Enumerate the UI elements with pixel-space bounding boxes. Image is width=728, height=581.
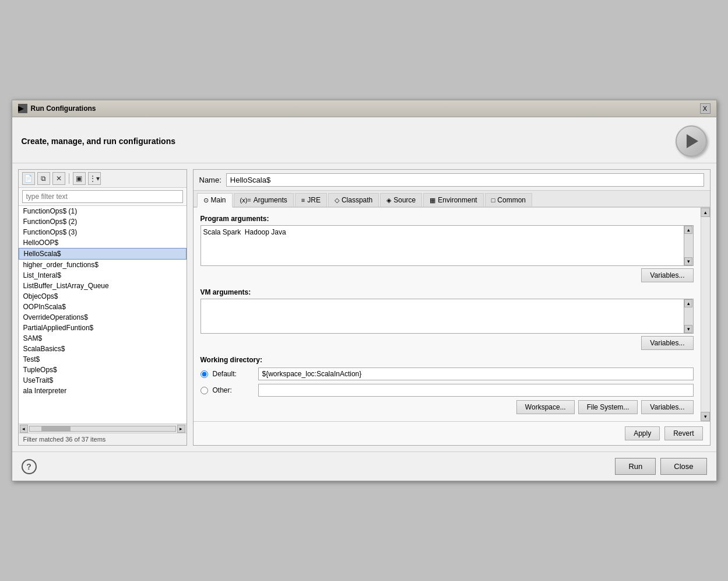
list-item[interactable]: SAM$ [19,333,187,344]
working-dir-label: Working directory: [201,356,694,364]
default-dir-input[interactable] [258,368,694,380]
common-tab-icon: □ [491,197,495,204]
tab-environment[interactable]: ▦ Environment [423,193,483,206]
vm-args-label: VM arguments: [201,288,694,296]
file-system-button[interactable]: File System... [578,400,638,414]
delete-config-button[interactable]: ✕ [52,172,65,185]
config-list: FunctionOps$ (1) FunctionOps$ (2) Functi… [19,206,187,424]
program-args-input[interactable] [201,225,684,266]
source-tab-icon: ◈ [386,197,391,204]
vm-variables-button[interactable]: Variables... [641,336,693,350]
view-menu-button[interactable]: ⋮▾ [88,172,101,185]
left-panel: 📄 ⧉ ✕ ▣ ⋮▾ FunctionOps$ (1) FunctionOps$… [18,169,187,446]
list-item[interactable]: FunctionOps$ (3) [19,227,187,237]
dialog-header: Create, manage, and run configurations [12,117,716,163]
environment-tab-icon: ▦ [430,197,435,204]
horizontal-scrollbar-track[interactable] [29,426,176,432]
title-bar-text: Run Configurations [31,104,96,113]
workspace-button[interactable]: Workspace... [516,400,575,414]
right-panel-scrollbar: ▴ ▾ [701,208,710,421]
name-row: Name: [194,170,710,191]
tab-content-area: Program arguments: ▴ ▾ Variables... [194,208,710,421]
scroll-left-button[interactable]: ◂ [20,425,28,433]
revert-button[interactable]: Revert [664,426,702,440]
tab-source[interactable]: ◈ Source [380,193,422,206]
footer-buttons: Run Close [615,458,706,475]
list-item[interactable]: ListBuffer_ListArray_Queue [19,281,187,291]
other-dir-input[interactable] [258,384,694,397]
dir-buttons-row: Workspace... File System... Variables... [201,400,694,414]
other-radio-label: Other: [213,386,254,394]
program-variables-button[interactable]: Variables... [641,268,693,282]
filter-button[interactable]: ▣ [73,172,86,185]
tab-classpath[interactable]: ◇ Classpath [328,193,379,206]
name-label: Name: [199,176,221,184]
help-button[interactable]: ? [22,459,37,474]
run-button[interactable]: Run [615,458,656,475]
list-item[interactable]: ala Interpreter [19,386,187,396]
list-item[interactable]: ScalaBasics$ [19,344,187,354]
program-args-scrollbar: ▴ ▾ [684,225,694,266]
tab-jre[interactable]: ≡ JRE [295,193,327,206]
default-radio-label: Default: [213,370,254,378]
list-item-selected[interactable]: HelloScala$ [19,248,187,260]
tab-environment-label: Environment [438,196,477,204]
arguments-tab-icon: (x)= [240,197,251,204]
toolbar-separator [69,173,69,184]
jre-tab-icon: ≡ [301,197,305,204]
tab-classpath-label: Classpath [342,196,372,204]
list-item[interactable]: Test$ [19,354,187,365]
program-args-label: Program arguments: [201,215,694,223]
prog-scroll-up[interactable]: ▴ [684,226,692,234]
list-item[interactable]: PartialAppliedFuntion$ [19,323,187,333]
tab-common-label: Common [497,196,526,204]
filter-input[interactable] [22,190,183,203]
tab-main[interactable]: ⊙ Main [197,193,233,208]
vscroll-up[interactable]: ▴ [701,208,710,217]
default-radio[interactable] [201,370,208,378]
tab-arguments-label: Arguments [254,196,287,204]
vm-scroll-up[interactable]: ▴ [684,299,692,307]
prog-scroll-down[interactable]: ▾ [684,257,692,265]
list-item[interactable]: List_Interal$ [19,270,187,281]
list-item[interactable]: ObjecOps$ [19,291,187,302]
dir-variables-button[interactable]: Variables... [641,400,693,414]
name-input[interactable] [226,173,704,187]
vscroll-down[interactable]: ▾ [701,412,710,421]
list-item[interactable]: OverrideOperations$ [19,312,187,323]
scroll-right-button[interactable]: ▸ [177,425,185,433]
vm-scroll-down[interactable]: ▾ [684,325,692,333]
title-bar: ▶ Run Configurations X [12,100,716,117]
run-circle-button[interactable] [676,125,707,157]
list-item[interactable]: FunctionOps$ (2) [19,216,187,227]
tab-main-label: Main [211,196,226,204]
tabs-row: ⊙ Main (x)= Arguments ≡ JRE ◇ Classpath [194,191,710,208]
tab-arguments[interactable]: (x)= Arguments [234,193,294,206]
copy-config-button[interactable]: ⧉ [37,172,50,185]
list-item[interactable]: UseTrait$ [19,375,187,386]
apply-button[interactable]: Apply [625,426,660,440]
list-item[interactable]: HelloOOP$ [19,237,187,248]
app-icon: ▶ [18,104,27,113]
list-item[interactable]: OOPInScala$ [19,302,187,312]
dialog-body: 📄 ⧉ ✕ ▣ ⋮▾ FunctionOps$ (1) FunctionOps$… [12,163,716,452]
list-item[interactable]: TupleOps$ [19,365,187,375]
other-radio[interactable] [201,387,208,394]
main-tab-icon: ⊙ [203,197,209,204]
tab-source-label: Source [393,196,416,204]
filter-status: Filter matched 36 of 37 items [19,433,187,445]
vm-args-input[interactable] [201,299,684,334]
list-item[interactable]: higher_order_functions$ [19,260,187,270]
tab-common[interactable]: □ Common [485,193,532,206]
list-item[interactable]: FunctionOps$ (1) [19,206,187,216]
close-window-button[interactable]: X [700,103,711,114]
close-button[interactable]: Close [660,458,706,475]
horizontal-scrollbar-thumb[interactable] [41,426,71,431]
right-panel: Name: ⊙ Main (x)= Arguments ≡ JRE [193,169,711,446]
classpath-tab-icon: ◇ [335,197,339,204]
left-toolbar: 📄 ⧉ ✕ ▣ ⋮▾ [19,170,187,188]
new-config-button[interactable]: 📄 [22,172,35,185]
vscroll-track[interactable] [701,217,710,412]
vm-args-scrollbar: ▴ ▾ [684,299,694,334]
tab-content-inner: Program arguments: ▴ ▾ Variables... [194,208,701,421]
